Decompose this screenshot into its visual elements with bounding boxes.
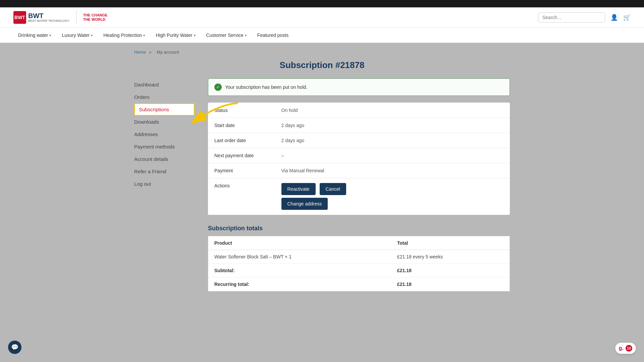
recurring-row: Recurring total: £21.18 bbox=[208, 278, 510, 291]
chevron-down-icon: ▾ bbox=[49, 34, 51, 37]
sidebar-item-refer-friend[interactable]: Refer a Friend bbox=[134, 165, 195, 178]
totals-title: Subscription totals bbox=[208, 225, 510, 232]
subtotal-row: Subtotal: £21.18 bbox=[208, 264, 510, 278]
sidebar-item-addresses[interactable]: Addresses bbox=[134, 128, 195, 140]
table-row: Last order date 2 days ago bbox=[208, 133, 510, 148]
table-row: Next payment date – bbox=[208, 148, 510, 163]
subtotal-label: Subtotal: bbox=[208, 264, 391, 278]
row-label: Next payment date bbox=[208, 148, 275, 163]
bwt-logo-icon: BWT bbox=[13, 11, 26, 24]
logo-divider bbox=[76, 11, 76, 24]
nav-item-heating-protection[interactable]: Heating Protection ▾ bbox=[99, 28, 150, 43]
sidebar-item-account-details[interactable]: Account details bbox=[134, 153, 195, 165]
row-value: 2 days ago bbox=[275, 133, 510, 148]
sidebar: Dashboard Orders Subscriptions Downloads bbox=[134, 78, 195, 190]
chat-icon: 💬 bbox=[11, 344, 18, 351]
change-address-button[interactable]: Change address bbox=[281, 198, 328, 210]
recurring-label: Recurring total: bbox=[208, 278, 391, 291]
content-layout: Dashboard Orders Subscriptions Downloads bbox=[134, 78, 510, 291]
col-total: Total bbox=[391, 236, 510, 250]
totals-header-row: Product Total bbox=[208, 236, 510, 250]
chevron-down-icon: ▾ bbox=[194, 34, 196, 37]
product-name: Water Softener Block Salt – BWT × 1 bbox=[208, 250, 391, 264]
table-row: Start date 2 days ago bbox=[208, 118, 510, 133]
subscription-area: ✓ Your subscription has been put on hold… bbox=[208, 78, 510, 291]
change-world-logo: THE CHANGE THE WORLD bbox=[83, 13, 108, 22]
row-label: Status bbox=[208, 103, 275, 118]
row-value: – bbox=[275, 148, 510, 163]
row-value: Via Manual Renewal bbox=[275, 163, 510, 178]
breadcrumb-current: My account bbox=[157, 50, 179, 55]
header: BWT BWT BEST WATER TECHNOLOGY THE CHANGE… bbox=[0, 7, 644, 28]
bwt-logo[interactable]: BWT BWT BEST WATER TECHNOLOGY bbox=[13, 11, 69, 24]
sidebar-item-subscriptions[interactable]: Subscriptions bbox=[134, 103, 195, 116]
totals-section: Subscription totals Product Total Water … bbox=[208, 225, 510, 291]
chat-bubble[interactable]: 💬 bbox=[8, 341, 21, 354]
cart-icon[interactable]: 🛒 bbox=[623, 14, 631, 21]
row-label: Start date bbox=[208, 118, 275, 133]
sidebar-item-orders[interactable]: Orders bbox=[134, 91, 195, 103]
bwt-brand-text: BWT bbox=[28, 12, 69, 19]
alert-message: Your subscription has been put on hold. bbox=[225, 84, 307, 90]
user-icon[interactable]: 👤 bbox=[610, 14, 618, 21]
col-product: Product bbox=[208, 236, 391, 250]
subscriptions-annotation-wrapper: Subscriptions bbox=[134, 103, 195, 116]
alert-success-icon: ✓ bbox=[214, 83, 222, 91]
table-row: Payment Via Manual Renewal bbox=[208, 163, 510, 178]
breadcrumb: Home » My account bbox=[134, 50, 510, 55]
top-bar bbox=[0, 0, 644, 7]
header-icons: 👤 🛒 bbox=[538, 12, 631, 22]
totals-table: Product Total Water Softener Block Salt … bbox=[208, 236, 510, 291]
recurring-value: £21.18 bbox=[391, 278, 510, 291]
chevron-down-icon: ▾ bbox=[143, 34, 145, 37]
chevron-down-icon: ▾ bbox=[245, 34, 247, 37]
alert-success: ✓ Your subscription has been put on hold… bbox=[208, 78, 510, 96]
table-row: Water Softener Block Salt – BWT × 1 £21.… bbox=[208, 250, 510, 264]
row-label: Last order date bbox=[208, 133, 275, 148]
nav-item-featured-posts[interactable]: Featured posts bbox=[253, 28, 293, 43]
sidebar-item-payment-methods[interactable]: Payment methods bbox=[134, 140, 195, 153]
table-row: Status On hold bbox=[208, 103, 510, 118]
breadcrumb-home[interactable]: Home bbox=[134, 50, 146, 55]
actions-buttons: Reactivate Cancel Change address bbox=[275, 178, 510, 215]
notif-count: 10 bbox=[626, 345, 632, 352]
subtotal-value: £21.18 bbox=[391, 264, 510, 278]
row-value: On hold bbox=[275, 103, 510, 118]
row-value: 2 days ago bbox=[275, 118, 510, 133]
chevron-down-icon: ▾ bbox=[91, 34, 93, 37]
main-nav: Drinking water ▾ Luxury Water ▾ Heating … bbox=[0, 28, 644, 43]
nav-item-high-purity-water[interactable]: High Purity Water ▾ bbox=[151, 28, 200, 43]
search-input[interactable] bbox=[538, 12, 605, 22]
actions-label: Actions bbox=[208, 178, 275, 215]
logo-area: BWT BWT BEST WATER TECHNOLOGY THE CHANGE… bbox=[13, 11, 107, 24]
cancel-button[interactable]: Cancel bbox=[320, 183, 346, 195]
subscription-details-table: Status On hold Start date 2 days ago Las… bbox=[208, 103, 510, 215]
product-total: £21.18 every 5 weeks bbox=[391, 250, 510, 264]
nav-item-customer-service[interactable]: Customer Service ▾ bbox=[202, 28, 251, 43]
sidebar-item-logout[interactable]: Log out bbox=[134, 178, 195, 190]
actions-row: Actions Reactivate Cancel Change address bbox=[208, 178, 510, 215]
nav-item-luxury-water[interactable]: Luxury Water ▾ bbox=[57, 28, 97, 43]
notif-letter: g. bbox=[619, 345, 624, 351]
sidebar-item-dashboard[interactable]: Dashboard bbox=[134, 78, 195, 91]
reactivate-button[interactable]: Reactivate bbox=[281, 183, 316, 195]
sidebar-item-downloads[interactable]: Downloads bbox=[134, 116, 195, 128]
row-label: Payment bbox=[208, 163, 275, 178]
main-content: Home » My account Subscription #21878 Da… bbox=[121, 43, 523, 298]
notification-badge[interactable]: g. 10 bbox=[615, 343, 636, 354]
nav-item-drinking-water[interactable]: Drinking water ▾ bbox=[13, 28, 56, 43]
bwt-subtext: BEST WATER TECHNOLOGY bbox=[28, 19, 69, 22]
page-title: Subscription #21878 bbox=[134, 60, 510, 70]
